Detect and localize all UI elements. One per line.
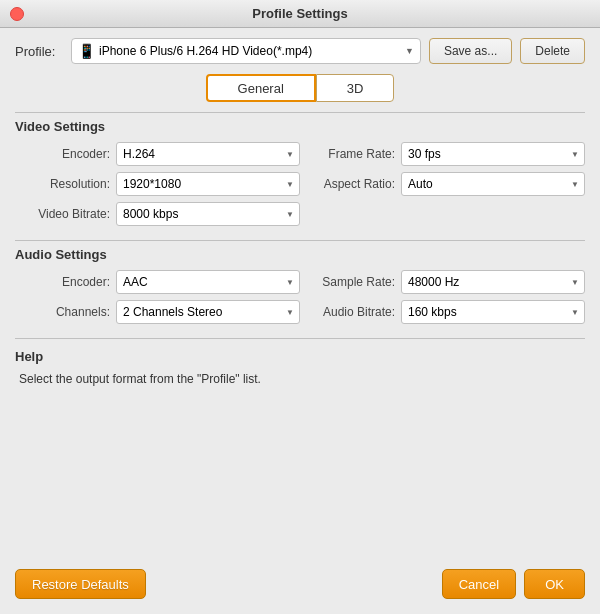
framerate-select[interactable]: 30 fps bbox=[401, 142, 585, 166]
footer: Restore Defaults Cancel OK bbox=[15, 559, 585, 599]
aspect-ratio-value: Auto bbox=[408, 177, 433, 191]
tab-general[interactable]: General bbox=[206, 74, 316, 102]
encoder-select[interactable]: H.264 bbox=[116, 142, 300, 166]
channels-select[interactable]: 2 Channels Stereo bbox=[116, 300, 300, 324]
video-settings-section: Video Settings Encoder: H.264 Frame Rate… bbox=[15, 119, 585, 226]
encoder-value: H.264 bbox=[123, 147, 155, 161]
tab-3d[interactable]: 3D bbox=[316, 74, 395, 102]
audio-encoder-label: Encoder: bbox=[25, 275, 110, 289]
resolution-select[interactable]: 1920*1080 bbox=[116, 172, 300, 196]
video-bitrate-row: Video Bitrate: 8000 kbps bbox=[25, 202, 300, 226]
audio-settings-title: Audio Settings bbox=[15, 247, 585, 262]
audio-bitrate-row: Audio Bitrate: 160 kbps bbox=[310, 300, 585, 324]
phone-icon: 📱 bbox=[78, 43, 95, 59]
channels-row: Channels: 2 Channels Stereo bbox=[25, 300, 300, 324]
divider-help bbox=[15, 338, 585, 339]
help-text: Select the output format from the "Profi… bbox=[15, 372, 585, 386]
tabs-row: General 3D bbox=[15, 74, 585, 102]
resolution-row: Resolution: 1920*1080 bbox=[25, 172, 300, 196]
audio-settings-section: Audio Settings Encoder: AAC Sample Rate:… bbox=[15, 247, 585, 324]
save-as-button[interactable]: Save as... bbox=[429, 38, 512, 64]
resolution-value: 1920*1080 bbox=[123, 177, 181, 191]
audio-bitrate-select[interactable]: 160 kbps bbox=[401, 300, 585, 324]
audio-encoder-select[interactable]: AAC bbox=[116, 270, 300, 294]
help-section: Help Select the output format from the "… bbox=[15, 349, 585, 386]
video-bitrate-select[interactable]: 8000 kbps bbox=[116, 202, 300, 226]
resolution-label: Resolution: bbox=[25, 177, 110, 191]
divider-top bbox=[15, 112, 585, 113]
framerate-value: 30 fps bbox=[408, 147, 441, 161]
channels-label: Channels: bbox=[25, 305, 110, 319]
video-settings-title: Video Settings bbox=[15, 119, 585, 134]
video-bitrate-value: 8000 kbps bbox=[123, 207, 178, 221]
audio-encoder-value: AAC bbox=[123, 275, 148, 289]
video-bitrate-label: Video Bitrate: bbox=[25, 207, 110, 221]
sample-rate-row: Sample Rate: 48000 Hz bbox=[310, 270, 585, 294]
sample-rate-label: Sample Rate: bbox=[310, 275, 395, 289]
profile-label: Profile: bbox=[15, 44, 63, 59]
channels-value: 2 Channels Stereo bbox=[123, 305, 222, 319]
title-bar: Profile Settings bbox=[0, 0, 600, 28]
framerate-label: Frame Rate: bbox=[310, 147, 395, 161]
delete-button[interactable]: Delete bbox=[520, 38, 585, 64]
help-title: Help bbox=[15, 349, 585, 364]
divider-audio bbox=[15, 240, 585, 241]
sample-rate-select[interactable]: 48000 Hz bbox=[401, 270, 585, 294]
profile-select[interactable]: 📱 iPhone 6 Plus/6 H.264 HD Video(*.mp4) bbox=[71, 38, 421, 64]
profile-value: iPhone 6 Plus/6 H.264 HD Video(*.mp4) bbox=[99, 44, 312, 58]
footer-right: Cancel OK bbox=[442, 569, 585, 599]
main-content: Profile: 📱 iPhone 6 Plus/6 H.264 HD Vide… bbox=[0, 28, 600, 614]
restore-defaults-button[interactable]: Restore Defaults bbox=[15, 569, 146, 599]
framerate-row: Frame Rate: 30 fps bbox=[310, 142, 585, 166]
aspect-ratio-select[interactable]: Auto bbox=[401, 172, 585, 196]
audio-bitrate-value: 160 kbps bbox=[408, 305, 457, 319]
close-button[interactable] bbox=[10, 7, 24, 21]
ok-button[interactable]: OK bbox=[524, 569, 585, 599]
audio-bitrate-label: Audio Bitrate: bbox=[310, 305, 395, 319]
encoder-row: Encoder: H.264 bbox=[25, 142, 300, 166]
audio-encoder-row: Encoder: AAC bbox=[25, 270, 300, 294]
profile-row: Profile: 📱 iPhone 6 Plus/6 H.264 HD Vide… bbox=[15, 38, 585, 64]
aspect-ratio-row: Aspect Ratio: Auto bbox=[310, 172, 585, 196]
window-title: Profile Settings bbox=[252, 6, 347, 21]
aspect-ratio-label: Aspect Ratio: bbox=[310, 177, 395, 191]
cancel-button[interactable]: Cancel bbox=[442, 569, 516, 599]
sample-rate-value: 48000 Hz bbox=[408, 275, 459, 289]
encoder-label: Encoder: bbox=[25, 147, 110, 161]
